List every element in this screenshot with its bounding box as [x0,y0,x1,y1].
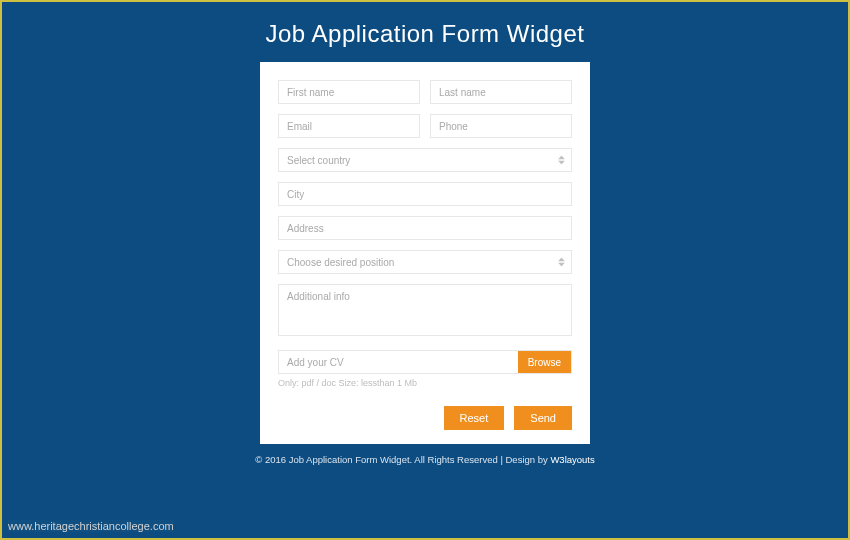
position-select[interactable]: Choose desired position [278,250,572,274]
watermark: www.heritagechristiancollege.com [8,520,174,532]
svg-marker-2 [558,258,565,262]
svg-marker-1 [558,161,565,165]
address-field[interactable]: Address [278,216,572,240]
first-name-field[interactable]: First name [278,80,420,104]
cv-placeholder[interactable]: Add your CV [279,351,518,373]
position-select-label: Choose desired position [287,257,394,268]
footer-link[interactable]: W3layouts [550,454,594,465]
footer: © 2016 Job Application Form Widget. All … [2,444,848,475]
send-button[interactable]: Send [514,406,572,430]
chevron-up-down-icon [558,258,565,267]
svg-marker-0 [558,156,565,160]
email-field[interactable]: Email [278,114,420,138]
page-title: Job Application Form Widget [2,2,848,62]
svg-marker-3 [558,263,565,267]
footer-text: © 2016 Job Application Form Widget. All … [255,454,550,465]
browse-button[interactable]: Browse [518,351,571,373]
last-name-field[interactable]: Last name [430,80,572,104]
chevron-up-down-icon [558,156,565,165]
country-select-label: Select country [287,155,350,166]
country-select[interactable]: Select country [278,148,572,172]
additional-info-textarea[interactable]: Additional info [278,284,572,336]
phone-field[interactable]: Phone [430,114,572,138]
reset-button[interactable]: Reset [444,406,505,430]
cv-hint: Only: pdf / doc Size: lessthan 1 Mb [278,378,572,388]
cv-upload-field: Add your CV Browse [278,350,572,374]
city-field[interactable]: City [278,182,572,206]
form-card: First name Last name Email Phone Select … [260,62,590,444]
